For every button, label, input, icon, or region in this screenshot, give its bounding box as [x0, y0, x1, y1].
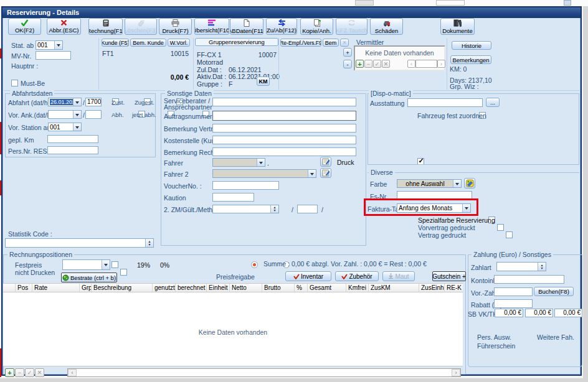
column-header[interactable]: Kmfrei: [346, 284, 369, 292]
bemerkung-rechn-input[interactable]: [212, 147, 356, 156]
stat-ab-select[interactable]: 001: [36, 40, 63, 50]
vertrag-checkbox[interactable]: [506, 231, 513, 238]
column-header[interactable]: RE-K: [445, 284, 463, 292]
table-nav-cancel[interactable]: ✕: [35, 368, 44, 377]
vor-zahl-input[interactable]: [494, 287, 533, 296]
farbe-select[interactable]: ohne Auswahl: [397, 179, 462, 188]
bemerkung-vertrag-input[interactable]: [212, 124, 356, 133]
vorvertrag-checkbox[interactable]: [497, 224, 504, 231]
ausstattung-input[interactable]: [407, 98, 483, 107]
column-header[interactable]: genutzt: [153, 284, 176, 292]
column-header[interactable]: Gesamt: [308, 284, 346, 292]
window-title-bar[interactable]: Reservierung - Details: [2, 7, 581, 18]
vor-ank-date-select[interactable]: [48, 110, 82, 119]
zahlart-spinner[interactable]: ▴▾: [496, 262, 546, 271]
vermittler-index-field[interactable]: [415, 60, 437, 68]
column-header[interactable]: Beschreibung: [92, 284, 153, 292]
vermittler-nav-add[interactable]: +: [356, 60, 364, 68]
bem-button[interactable]: Bem: [323, 39, 339, 47]
gutschein-button[interactable]: Gutschein +: [432, 271, 466, 281]
abfahrt-time-input[interactable]: 1700: [85, 98, 102, 106]
table-nav-confirm[interactable]: ✓: [25, 368, 34, 377]
kunde-button[interactable]: Kunde (F5): [102, 39, 129, 47]
schaeden-button[interactable]: Schäden: [370, 18, 403, 35]
buchen-button[interactable]: Buchen(F8): [534, 287, 574, 296]
dokumente-button[interactable]: Dokumente: [440, 18, 475, 35]
fahrer-select[interactable]: [212, 158, 265, 167]
bemerkungen-button[interactable]: Bemerkungen: [450, 55, 491, 64]
kostenstelle-input[interactable]: [212, 136, 356, 144]
vor-station-select[interactable]: 001: [48, 123, 82, 131]
vermittler-add-button[interactable]: +: [343, 48, 352, 57]
table-nav-add[interactable]: +: [5, 368, 14, 377]
vat-19-radio[interactable]: [251, 261, 258, 268]
zuab-button[interactable]: Zu/Ab(F12): [266, 18, 297, 35]
column-header[interactable]: Rate: [32, 284, 80, 292]
sb-value-3[interactable]: 0,00 €: [554, 309, 582, 317]
column-header[interactable]: ZusEinh: [419, 284, 445, 292]
column-header[interactable]: %: [295, 284, 308, 292]
gruppenreservierung-header[interactable]: Gruppenreservierung: [195, 38, 278, 46]
historie-button[interactable]: Historie: [452, 41, 491, 50]
pers-nr-res-input[interactable]: [47, 146, 98, 154]
table-nav-delete[interactable]: −: [15, 368, 24, 377]
vermittler-nav-confirm[interactable]: ✓: [373, 60, 381, 68]
nicht-drucken-checkbox[interactable]: [120, 269, 127, 276]
fahrer-edit-button[interactable]: [320, 157, 331, 167]
horizontal-scrollbar[interactable]: ‹ ›: [67, 368, 461, 377]
mustbe-checkbox[interactable]: [11, 80, 18, 86]
bem-kunde-button[interactable]: Bem. Kunde: [130, 39, 166, 47]
abdaten-button[interactable]: ABDaten(F11): [230, 18, 263, 35]
cancel-button[interactable]: Abbr.(ESC): [47, 18, 81, 35]
kaution-input[interactable]: [212, 193, 254, 202]
voucher-input[interactable]: [212, 181, 279, 190]
vor-ank-time-input[interactable]: [85, 110, 102, 119]
statistik-code-spinner[interactable]: ▴▾: [5, 238, 154, 248]
inventar-button[interactable]: Inventar: [285, 271, 331, 281]
ausstattung-more-button[interactable]: ...: [486, 98, 500, 107]
fs-nr-input[interactable]: [397, 191, 472, 200]
abfahrt-date-select[interactable]: 26.01.2023: [48, 98, 82, 106]
fahrer2-edit-button[interactable]: [320, 168, 331, 178]
column-header[interactable]: Grp: [80, 284, 92, 292]
column-header[interactable]: Brutto: [262, 284, 295, 292]
vermittler-prev-button[interactable]: ‹: [407, 60, 415, 68]
scroll-right-arrow[interactable]: ›: [452, 369, 460, 376]
rate-select[interactable]: [62, 259, 110, 270]
ok-button[interactable]: OK(F2): [8, 18, 41, 35]
kopie-button[interactable]: Kopie/Anh.: [300, 18, 333, 35]
uebersicht-button[interactable]: Übersicht(F10): [194, 18, 229, 35]
column-header[interactable]: Netto: [230, 284, 262, 292]
column-header[interactable]: berechnet: [176, 284, 207, 292]
sb-value-2[interactable]: 0,00 €: [525, 309, 553, 317]
festpreis-checkbox[interactable]: [111, 261, 118, 268]
sb-value-1[interactable]: 0,00 €: [495, 309, 523, 317]
wvorl-button[interactable]: W.Vorl.: [168, 39, 190, 47]
vermittler-next-button[interactable]: ›: [437, 60, 445, 68]
kontoinh-input[interactable]: [494, 275, 564, 284]
spinner-arrows-icon: ▴▾: [538, 263, 546, 271]
zm-spinner[interactable]: ▴▾: [212, 205, 279, 213]
rabatt-input[interactable]: [494, 299, 533, 308]
auftragsnummer-input[interactable]: [212, 111, 356, 121]
zubehoer-button[interactable]: Zubehör: [335, 271, 379, 281]
rechnung-button[interactable]: Rechnung(F1): [88, 18, 123, 35]
column-header[interactable]: Pos: [16, 284, 32, 292]
vermittler-nav-delete[interactable]: −: [364, 60, 372, 68]
scroll-left-arrow[interactable]: ‹: [68, 369, 77, 376]
druck-button[interactable]: Druck(F7): [159, 18, 192, 35]
column-header[interactable]: Einheit: [207, 284, 230, 292]
bestrate-button[interactable]: Bestrate (ctrl + b): [61, 273, 117, 282]
zm-input[interactable]: [297, 205, 318, 213]
mv-nr-input[interactable]: [36, 51, 71, 60]
gepl-km-input[interactable]: [47, 135, 98, 143]
km-badge-button[interactable]: KM: [257, 77, 270, 86]
vermittler-nav-cancel[interactable]: ✕: [382, 60, 390, 68]
serviceberater-input[interactable]: [212, 98, 356, 106]
farbe-picker-button[interactable]: [464, 178, 475, 189]
vermittler-remove-button[interactable]: -: [343, 60, 352, 68]
re-empf-button[interactable]: Re-Empf./Vers.F9: [280, 39, 321, 47]
fahrer2-select[interactable]: [212, 169, 316, 178]
column-header[interactable]: ZusKM: [369, 284, 419, 292]
faktura-tag-select[interactable]: Anfang des Monats: [397, 203, 471, 213]
